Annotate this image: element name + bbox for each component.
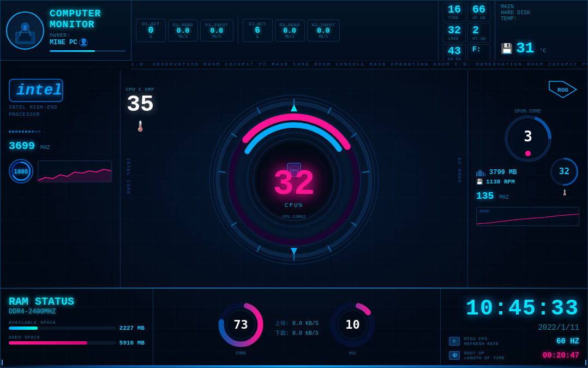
svg-rect-58 [476,172,477,176]
ram-bars: AVAILABLE SPACE 2227 MB USED SPACE [9,320,145,346]
right-spark: 4000 [476,207,579,226]
bootup-row: ⏻ BOOT UP LENGTH OF TIME 00:20:47 [449,351,579,360]
fps-row: C RTSS FPS REFRESH RATE 60 HZ [449,336,579,346]
fps-labels: RTSS FPS REFRESH RATE [464,336,552,346]
svg-text:👤: 👤 [22,25,28,30]
metric-32: 32 134G [443,23,466,43]
cpu-main-value: 32 [273,167,315,202]
hdd-icon: 💾 [501,43,513,55]
d1-act-metric: D1-ACT 0 % [136,19,166,42]
cpu3-gauge: 3 [503,114,553,163]
cpu-center-value: 32 CPU% [273,151,315,209]
available-section: AVAILABLE SPACE 2227 MB [9,320,145,331]
ram-type: DDR4-2400MHZ [9,308,145,316]
svg-rect-10 [19,130,21,133]
disk-metrics: D1-ACT 0 % D1-READ 0.0 Mb/s D1-INPUT 0.0… [131,1,438,60]
svg-rect-16 [38,130,40,133]
ticker-text: C.B. OBSERVATION ROOM COCKPIT PC MAIN CO… [131,62,587,67]
svg-rect-14 [32,130,34,133]
cpu-smp-panel: CPU C SMP 35 🌡️ [126,87,154,132]
core-gauge-section: 73 CORE [218,301,264,355]
svg-point-56 [525,151,531,156]
header-title-block: COMPUTER MONITOR OWNER: MINE PC 👤 [50,9,125,52]
core-mini-gauge: 1008 [9,159,33,183]
intel-desc: INTEL HIGH-END PROCESSOR [9,104,112,118]
dc-mode-label: DC MODE [457,158,462,184]
svg-rect-62 [483,172,484,176]
left-panel: intel INTEL HIGH-END PROCESSOR [1,70,121,289]
intel-logo: intel [9,79,63,102]
fps-icon: C [449,337,460,346]
svg-text:CPU CORE2: CPU CORE2 [282,214,305,219]
cpu-smp-value: 35 [126,92,154,118]
d2-act-metric: D2-ACT 6 % [243,19,273,42]
metric-divider [238,17,238,44]
owner-name: MINE PC 👤 [50,38,125,47]
svg-rect-61 [481,171,482,176]
cpu3-section: CPU% CORE 3 [476,109,579,163]
svg-rect-8 [12,130,14,133]
svg-marker-20 [38,169,111,182]
vol-gauge-section: 10 VOL [329,301,376,355]
intel-core-label: INTEL CORE [126,158,131,195]
svg-text:73: 73 [233,318,248,331]
right-temp-gauge: 32 🌡️ [549,157,579,196]
used-value: 5916 MB [119,340,145,346]
rog-section: ROG [476,79,579,100]
hdd-panel: MAIN HARD DISK TEMP: 💾 31 °C [495,1,587,60]
bottom-right-panel: 10:45:33 2022/1/11 C RTSS FPS REFRESH RA… [440,289,587,367]
avatar: 👤 [6,11,44,50]
avatar-image: 👤 [11,17,39,44]
available-fill [9,327,38,330]
progress-bar [50,50,125,52]
middle-section: intel INTEL HIGH-END PROCESSOR [1,70,587,289]
temp-icon-right: 🌡️ [549,189,579,196]
svg-rect-2 [22,41,28,43]
svg-text:3: 3 [524,128,532,145]
network-info: 上传: 0.0 KB/S 下载: 0.0 KB/S [275,319,319,337]
header-left: 👤 COMPUTER MONITOR OWNER: MINE PC 👤 [1,1,131,60]
svg-rect-63 [484,173,485,176]
spark-chart [38,161,112,182]
d2-head-metric: D2-HEAD 0.0 Mb/s [275,20,305,41]
intel-brand: intel INTEL HIGH-END PROCESSOR [9,79,112,118]
d2-input-metric: D2-INPUT 0.0 Mb/s [307,20,340,41]
bottom-border [1,365,587,367]
bootup-labels: BOOT UP LENGTH OF TIME [464,351,538,360]
d1-read-metric: D1-READ 0.0 Mb/s [168,20,198,41]
bootup-value: 00:20:47 [543,351,579,360]
svg-rect-60 [479,170,481,176]
ram-title: RAM STATUS [9,295,145,308]
svg-rect-59 [478,171,479,176]
bottom-gauges-section: 73 CORE 上传: 0.0 KB/S 下载: 0.0 KB/S [153,289,440,367]
svg-text:ROG: ROG [557,87,568,93]
right-panel: ROG CPU% CORE 3 [467,70,587,289]
user-icon: 👤 [79,38,88,47]
svg-rect-9 [15,130,17,133]
svg-rect-7 [9,130,11,133]
available-bar [9,327,116,330]
refresh-value: 60 HZ [556,337,579,346]
svg-text:10: 10 [345,318,360,331]
hdd-temp-row: 💾 31 °C [501,40,582,57]
ram-panel: RAM STATUS DDR4-2400MHZ AVAILABLE SPACE … [1,289,153,367]
metric-16: 16 7796 [443,3,466,22]
cpu-dots [9,124,63,133]
cpu-gauge: CPU CPU CORE2 32 CPU% [207,92,381,267]
owner-label: OWNER: [50,33,125,38]
svg-rect-15 [35,130,37,133]
thermometer-icon: 🌡️ [126,120,154,132]
svg-rect-1 [19,33,31,41]
svg-rect-11 [22,130,24,133]
download-label: 下载: 0.0 KB/S [275,329,319,337]
d1-input-metric: D1-INPUT 0.0 Mb/s [200,20,233,41]
hdd-temp-display: 31 °C [516,40,546,57]
ticker-bar: C.B. OBSERVATION ROOM COCKPIT PC MAIN CO… [131,60,587,69]
available-value: 2227 MB [119,325,145,331]
center-panel: CPU C SMP 35 🌡️ [121,70,467,289]
mini-gauge-row: 1008 [9,159,112,183]
cpu-freq-unit: MHZ [40,145,50,151]
metric-66: 66 47.56 [467,3,490,22]
used-fill [9,341,87,345]
cpu-freq: 3699 MHZ [9,140,112,152]
